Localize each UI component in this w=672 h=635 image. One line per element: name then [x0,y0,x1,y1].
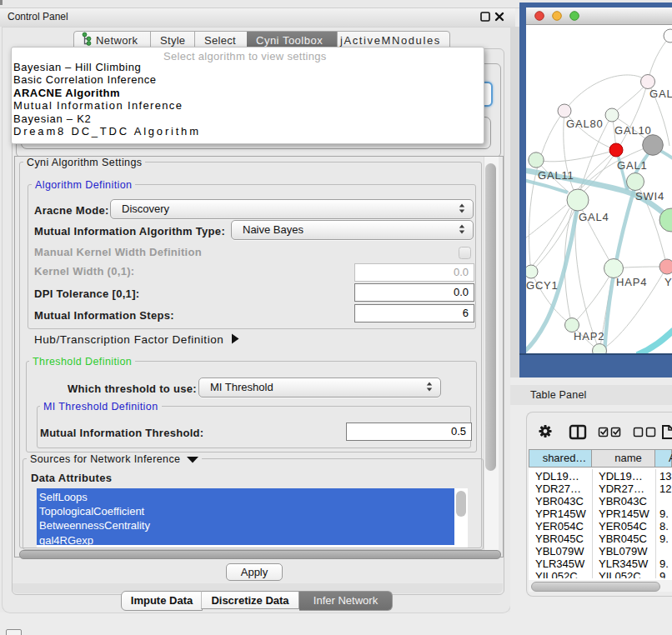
svg-text:GAL80: GAL80 [566,118,603,130]
svg-text:GAL4: GAL4 [579,211,609,223]
svg-text:GAL11: GAL11 [538,169,574,182]
svg-text:Y: Y [664,276,672,288]
svg-text:GAL1: GAL1 [617,159,647,172]
svg-text:HAP2: HAP2 [574,330,604,342]
svg-text:SWI4: SWI4 [635,190,664,202]
svg-text:HAP4: HAP4 [616,276,647,288]
svg-text:GAL: GAL [649,88,672,100]
svg-text:GAL10: GAL10 [614,124,651,137]
svg-text:GCY1: GCY1 [526,279,559,292]
